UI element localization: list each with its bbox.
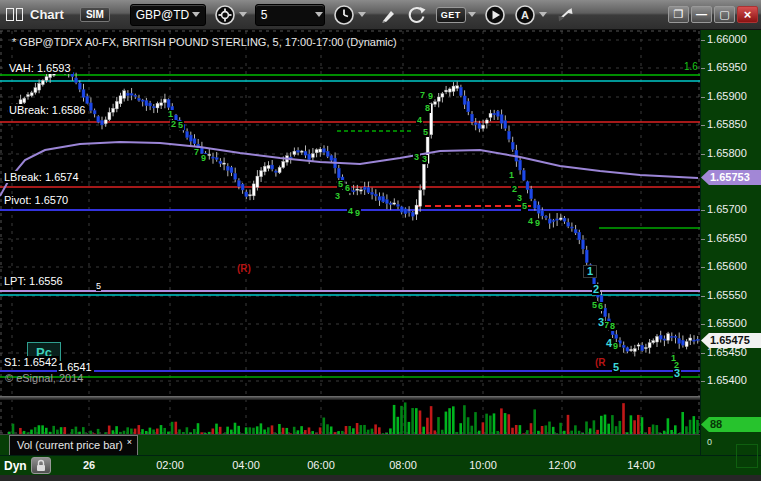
time-template-button[interactable]	[333, 3, 366, 27]
copyright: © eSignal, 2014	[5, 372, 83, 384]
price-plot[interactable]	[0, 0, 761, 481]
signal-marker-cyan: 4	[605, 338, 613, 349]
candle-body	[496, 111, 499, 116]
reload-button[interactable]	[406, 3, 428, 27]
pane-divider[interactable]	[0, 396, 700, 400]
price-axis-tick	[701, 210, 705, 211]
bottom-edge	[0, 475, 761, 481]
volume-bar	[622, 403, 625, 436]
price-axis-tick	[701, 267, 705, 268]
volume-bar	[445, 412, 448, 436]
candle-body	[215, 158, 218, 160]
candle-body	[252, 184, 255, 196]
level-label-lpt: LPT: 1.6556	[3, 275, 65, 287]
volume-scale-zero: 0	[707, 437, 712, 447]
chart-window: Chart SIM GBP@TD 5	[0, 0, 761, 481]
candle-body	[533, 201, 536, 208]
candle-body	[212, 157, 215, 158]
reversal-marker-red: (R)	[236, 264, 252, 274]
swap-symbols-button[interactable]	[555, 3, 577, 27]
candle-body	[467, 101, 470, 111]
candle-body	[374, 194, 377, 196]
minimize-button[interactable]: —	[691, 6, 712, 23]
trade-marker-green: 3	[421, 155, 428, 164]
candle-body	[482, 125, 485, 128]
candle-body	[393, 203, 396, 204]
symbol-value: GBP@TD	[136, 8, 186, 22]
candle-body	[193, 139, 196, 144]
candle-body	[352, 191, 355, 192]
symbol-combo[interactable]: GBP@TD	[130, 4, 206, 26]
trade-marker-green: 9	[427, 92, 434, 101]
candle-body	[378, 197, 381, 201]
candle-body	[485, 120, 488, 123]
volume-bar	[430, 406, 433, 436]
trade-marker-green: 7	[419, 91, 426, 100]
volume-bar	[504, 413, 507, 436]
trade-marker-green: 5	[337, 180, 344, 189]
tab-volume[interactable]: Vol (current price bar) ×	[9, 435, 138, 456]
trade-marker-green: 9	[354, 209, 361, 218]
volume-bar	[533, 409, 536, 436]
candle-body	[659, 335, 662, 339]
candle-body	[441, 94, 444, 98]
tab-close-icon[interactable]: ×	[127, 437, 132, 447]
level-label-pivot: Pivot: 1.6570	[3, 194, 70, 206]
trade-marker-green: 3	[413, 153, 420, 162]
trade-marker-green: 5	[422, 128, 429, 137]
candle-body	[478, 123, 481, 128]
chevron-down-icon	[358, 12, 366, 17]
candle-body	[633, 349, 636, 352]
get-data-button[interactable]: GET	[436, 3, 476, 27]
candle-body	[163, 99, 166, 103]
play-button[interactable]	[484, 3, 506, 27]
candle-body	[522, 170, 525, 180]
time-tick: 06:00	[307, 459, 335, 471]
candle-body	[559, 218, 562, 220]
get-label: GET	[436, 7, 466, 23]
lock-button[interactable]	[31, 457, 51, 474]
axis-corner-button[interactable]	[736, 444, 758, 468]
chevron-down-icon	[468, 12, 476, 17]
popout-button[interactable]: ❐	[668, 6, 689, 23]
volume-bar	[415, 408, 418, 436]
candle-body	[330, 156, 333, 161]
candle-body	[519, 160, 522, 170]
candle-body	[548, 219, 551, 223]
volume-bar	[489, 416, 492, 436]
price-axis[interactable]: 500 0 1.660001.659501.659001.658501.6580…	[700, 30, 761, 455]
candle-body	[382, 197, 385, 202]
volume-bar	[681, 412, 684, 436]
candle-body	[208, 154, 211, 155]
signal-marker-cyan: 3	[597, 317, 605, 328]
trade-marker-green: 7	[193, 148, 200, 157]
symbol-settings-button[interactable]	[214, 3, 247, 27]
candle-body	[530, 189, 533, 199]
candle-body	[186, 132, 189, 138]
candle-body	[630, 349, 633, 351]
candle-body	[648, 343, 651, 348]
maximize-button[interactable]: ▢	[714, 6, 735, 23]
price-axis-tick	[701, 125, 705, 126]
interval-combo[interactable]: 5	[255, 4, 325, 26]
close-button[interactable]: ×	[737, 6, 758, 23]
candle-body	[34, 88, 37, 93]
volume-bar	[600, 416, 603, 436]
draw-button[interactable]	[380, 3, 398, 27]
candle-body	[230, 167, 233, 172]
candle-body	[93, 110, 96, 114]
candle-body	[237, 181, 240, 187]
candle-body	[123, 91, 126, 99]
price-axis-label: 1.66000	[707, 33, 747, 45]
chevron-down-icon	[239, 12, 247, 17]
trade-marker-green: 6	[344, 184, 351, 193]
time-axis[interactable]: Dyn 2602:0004:0006:0008:0010:0012:0014:0…	[0, 455, 761, 475]
candle-body	[674, 336, 677, 337]
price-axis-label: 1.65600	[707, 260, 747, 272]
candle-body	[678, 338, 681, 343]
candle-body	[696, 339, 699, 340]
price-axis-label: 1.65850	[707, 118, 747, 130]
candle-body	[38, 83, 41, 90]
candle-body	[415, 205, 418, 214]
auto-button[interactable]: A	[514, 3, 547, 27]
